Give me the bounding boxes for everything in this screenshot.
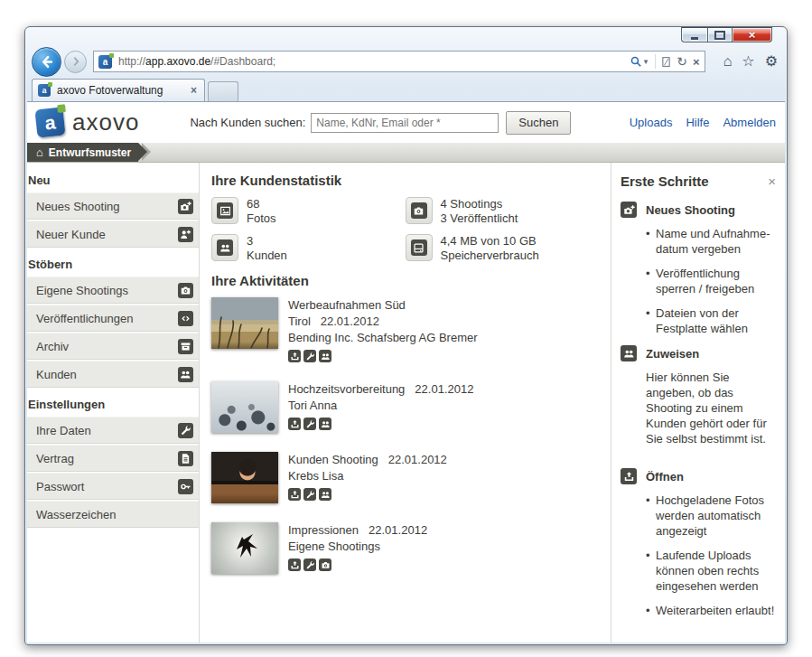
tab-axovo-fotoverwaltung[interactable]: a axovo Fotoverwaltung ×	[32, 79, 205, 101]
stat-shootings: 4 Shootings3 Veröffentlicht	[406, 197, 600, 226]
shootings-camera-icon[interactable]	[319, 558, 331, 571]
activity-thumbnail[interactable]	[211, 297, 278, 349]
maximize-icon	[714, 31, 725, 40]
activity-thumbnail[interactable]	[211, 522, 278, 574]
activity-item[interactable]: Kunden Shooting22.01.2012 Krebs Lisa	[211, 452, 599, 503]
activity-title-line: Impressionen22.01.2012	[288, 522, 427, 539]
minimize-icon	[691, 37, 698, 40]
edit-wrench-icon[interactable]	[303, 558, 316, 571]
window-close-icon: ×	[749, 29, 756, 41]
window-minimize-button[interactable]	[681, 27, 707, 42]
open-icon[interactable]	[288, 418, 301, 430]
help-bullet: Veröffentlichung sperren / freigeben	[646, 266, 776, 296]
tab-favicon: a	[38, 84, 51, 97]
sidebar-section-title-neu: Neu	[27, 164, 199, 192]
edit-wrench-icon[interactable]	[303, 488, 316, 501]
tab-title: axovo Fotoverwaltung	[57, 84, 189, 97]
settings-gear-icon[interactable]: ⚙	[765, 54, 778, 69]
sidebar-item-passwort[interactable]: Passwort	[27, 473, 199, 500]
panel-close-icon[interactable]: ×	[768, 174, 776, 188]
activity-thumbnail[interactable]	[211, 452, 278, 503]
sidebar-item-ihre-daten[interactable]: Ihre Daten	[27, 417, 199, 444]
document-icon	[178, 451, 193, 466]
stat-value: 4,4 MB von 10 GB	[441, 234, 539, 249]
window-titlebar[interactable]: ×	[25, 27, 787, 45]
favorites-icon[interactable]: ☆	[742, 54, 754, 69]
open-icon[interactable]	[288, 350, 301, 362]
help-bullet: Laufende Uploads können oben rechts eing…	[646, 548, 776, 594]
sidebar-item-label: Veröffentlichungen	[36, 312, 178, 325]
activity-title-line: Werbeaufnahmen Süd	[288, 297, 478, 314]
activity-item[interactable]: Hochzeitsvorbereitung22.01.2012 Tori Ann…	[211, 381, 599, 433]
activity-sub-line: Tirol22.01.2012	[288, 314, 478, 330]
address-bar[interactable]: a http://app.axovo.de/#Dashboard; ▾ ↻ ×	[93, 51, 705, 72]
uploads-link[interactable]: Uploads	[630, 116, 673, 129]
help-bullet: Hochgeladene Fotos werden automatisch an…	[646, 493, 776, 539]
stop-icon[interactable]: ×	[693, 55, 700, 69]
forward-button[interactable]	[64, 51, 87, 73]
url-text: http://app.axovo.de/#Dashboard;	[118, 55, 630, 68]
sidebar-item-archiv[interactable]: Archiv	[27, 333, 199, 360]
sidebar-item-label: Neuer Kunde	[36, 228, 178, 241]
sidebar-item-neues-shooting[interactable]: Neues Shooting	[27, 192, 199, 220]
assign-people-icon	[621, 345, 637, 361]
browser-window: × a http://app.axovo.de/#Dashboard; ▾ ↻ …	[24, 26, 788, 645]
activity-item[interactable]: Impressionen22.01.2012 Eigene Shootings	[211, 522, 599, 574]
sidebar-item-veroeffentlichungen[interactable]: Veröffentlichungen	[27, 305, 199, 332]
open-icon[interactable]	[288, 558, 301, 571]
help-link[interactable]: Hilfe	[686, 116, 709, 129]
edit-wrench-icon[interactable]	[303, 350, 316, 362]
sidebar-item-wasserzeichen[interactable]: Wasserzeichen	[27, 501, 199, 528]
help-section-oeffnen: Öffnen Hochgeladene Fotos werden automat…	[621, 468, 776, 618]
activity-item[interactable]: Werbeaufnahmen Süd Tirol22.01.2012 Bendi…	[211, 297, 599, 362]
favicon-letter: a	[103, 57, 108, 67]
window-maximize-button[interactable]	[707, 27, 732, 42]
sidebar-item-eigene-shootings[interactable]: Eigene Shootings	[27, 277, 199, 304]
header-links: Uploads Hilfe Abmelden	[616, 116, 776, 129]
activities-title: Ihre Aktivitäten	[211, 263, 599, 297]
compatibility-view-icon[interactable]	[660, 56, 672, 68]
logout-link[interactable]: Abmelden	[723, 116, 776, 129]
address-dropdown-icon[interactable]: ▾	[644, 57, 649, 66]
sidebar-item-label: Passwort	[36, 480, 178, 493]
open-icon[interactable]	[288, 488, 301, 501]
customer-search-input[interactable]	[311, 113, 499, 133]
customers-icon[interactable]	[319, 350, 331, 362]
breadcrumb[interactable]: ⌂ Entwurfsmuster	[27, 143, 138, 162]
stat-fotos: 68Fotos	[211, 197, 406, 226]
sidebar-item-neuer-kunde[interactable]: Neuer Kunde	[27, 221, 199, 248]
refresh-icon[interactable]: ↻	[677, 54, 687, 69]
tab-close-icon[interactable]: ×	[189, 84, 199, 97]
edit-wrench-icon[interactable]	[303, 418, 316, 430]
home-icon[interactable]: ⌂	[723, 54, 733, 69]
activity-thumbnail[interactable]	[211, 381, 278, 433]
site-favicon: a	[98, 55, 112, 69]
customer-stats: 68Fotos 4 Shootings3 Veröffentlicht 3Kun…	[211, 197, 599, 263]
sidebar-item-label: Neues Shooting	[36, 200, 178, 213]
customer-search-label: Nach Kunden suchen:	[190, 116, 305, 129]
new-tab-button[interactable]	[208, 81, 238, 101]
sidebar-section-title-stoebern: Stöbern	[27, 249, 199, 277]
customers-icon[interactable]	[319, 488, 331, 501]
search-icon[interactable]	[630, 55, 642, 68]
home-breadcrumb-icon: ⌂	[36, 146, 43, 158]
activity-customers-line: Bending Inc. Schafsberg AG Bremer	[288, 330, 478, 346]
user-plus-icon	[178, 227, 193, 242]
help-section-title: Zuweisen	[646, 347, 699, 361]
axovo-logo-icon: a	[34, 107, 65, 137]
activity-sub-line: Krebs Lisa	[288, 468, 447, 484]
search-button[interactable]: Suchen	[506, 111, 571, 135]
storage-icon	[411, 239, 427, 256]
stat-kunden: 3Kunden	[211, 234, 406, 263]
stat-label: 3 Veröffentlicht	[441, 211, 518, 226]
breadcrumb-bar: ⌂ Entwurfsmuster	[27, 143, 785, 163]
stat-value: 3	[247, 234, 287, 249]
sidebar-item-kunden[interactable]: Kunden	[27, 361, 199, 388]
sidebar-item-vertrag[interactable]: Vertrag	[27, 445, 199, 472]
back-button[interactable]	[32, 47, 61, 77]
customers-icon[interactable]	[319, 418, 331, 430]
archive-icon	[178, 339, 193, 354]
window-close-button[interactable]: ×	[732, 27, 772, 42]
axovo-logo[interactable]: a axovo	[36, 108, 139, 136]
key-icon	[178, 479, 193, 494]
